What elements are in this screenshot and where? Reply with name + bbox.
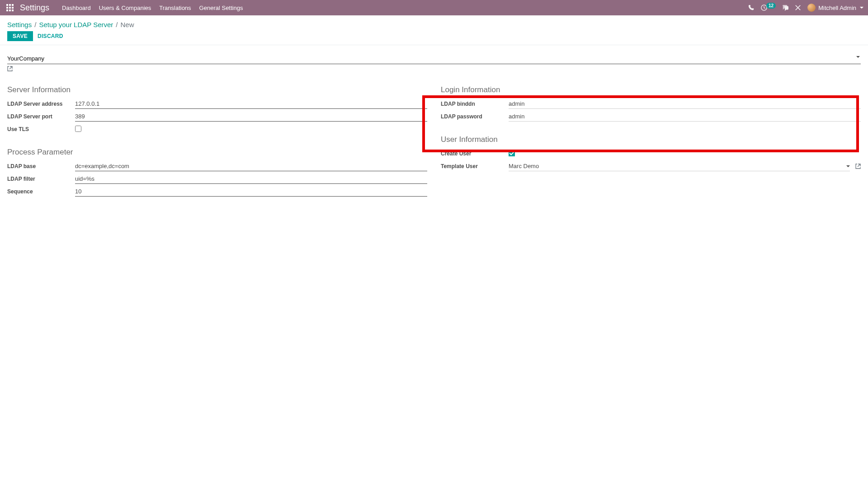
app-title: Settings (20, 3, 49, 13)
label-ldap-filter: LDAP filter (7, 176, 75, 182)
label-create-user: Create User (441, 150, 509, 157)
input-ldap-address[interactable] (75, 99, 427, 109)
field-ldap-binddn: LDAP binddn (441, 98, 861, 110)
field-ldap-password: LDAP password (441, 111, 861, 122)
phone-icon[interactable] (748, 5, 755, 11)
input-ldap-port[interactable] (75, 112, 427, 122)
svg-rect-8 (12, 9, 14, 11)
nav-right: 12 Mitchell Admin (748, 4, 863, 12)
breadcrumb-parent[interactable]: Setup your LDAP Server (39, 21, 113, 28)
label-ldap-binddn: LDAP binddn (441, 101, 509, 107)
form-body: Server Information LDAP Server address L… (0, 45, 868, 206)
field-ldap-base: LDAP base (7, 160, 427, 172)
svg-rect-0 (6, 4, 8, 6)
nav-translations[interactable]: Translations (159, 5, 191, 11)
label-ldap-password: LDAP password (441, 113, 509, 120)
right-column: Login Information LDAP binddn LDAP passw… (441, 85, 861, 198)
field-template-user: Template User (441, 160, 861, 172)
svg-rect-6 (6, 9, 8, 11)
section-login-info: Login Information (441, 85, 861, 94)
label-use-tls: Use TLS (7, 126, 75, 132)
activities-icon[interactable]: 12 (761, 5, 776, 11)
label-ldap-address: LDAP Server address (7, 101, 75, 107)
nav-menu: Dashboard Users & Companies Translations… (62, 5, 243, 11)
company-field[interactable] (7, 53, 861, 64)
svg-rect-7 (9, 9, 11, 11)
field-ldap-filter: LDAP filter (7, 173, 427, 185)
breadcrumb-sep: / (34, 21, 36, 28)
chevron-down-icon (846, 165, 850, 167)
breadcrumb-sep: / (116, 21, 118, 28)
user-menu[interactable]: Mitchell Admin (807, 4, 863, 12)
checkbox-use-tls[interactable] (75, 126, 81, 132)
nav-general-settings[interactable]: General Settings (199, 5, 243, 11)
field-create-user: Create User (441, 148, 861, 160)
input-sequence[interactable] (75, 187, 427, 197)
discard-button[interactable]: DISCARD (38, 33, 63, 39)
section-process-param: Process Parameter (7, 148, 427, 157)
checkbox-create-user[interactable] (509, 150, 515, 156)
company-external-link[interactable] (7, 66, 861, 73)
external-link-icon[interactable] (855, 164, 861, 169)
chevron-down-icon (860, 7, 863, 9)
input-ldap-binddn[interactable] (509, 99, 861, 109)
action-buttons: SAVE DISCARD (7, 31, 861, 41)
top-navbar: Settings Dashboard Users & Companies Tra… (0, 0, 868, 15)
avatar (807, 4, 816, 12)
apps-icon[interactable] (4, 1, 16, 14)
breadcrumb-current: New (121, 21, 134, 28)
left-column: Server Information LDAP Server address L… (7, 85, 427, 198)
nav-users-companies[interactable]: Users & Companies (99, 5, 151, 11)
svg-rect-3 (6, 7, 8, 9)
label-template-user: Template User (441, 163, 509, 169)
svg-rect-5 (12, 7, 14, 9)
breadcrumb: Settings / Setup your LDAP Server / New (7, 21, 861, 28)
section-user-info: User Information (441, 135, 861, 144)
input-ldap-filter[interactable] (75, 174, 427, 184)
field-ldap-port: LDAP Server port (7, 111, 427, 122)
breadcrumb-bar: Settings / Setup your LDAP Server / New … (0, 15, 868, 45)
messages-icon[interactable] (782, 5, 788, 11)
breadcrumb-root[interactable]: Settings (7, 21, 32, 28)
svg-rect-1 (9, 4, 11, 6)
user-name: Mitchell Admin (818, 5, 856, 11)
svg-rect-2 (12, 4, 14, 6)
input-template-user[interactable] (509, 162, 850, 171)
save-button[interactable]: SAVE (7, 31, 33, 41)
section-server-info: Server Information (7, 85, 427, 94)
field-ldap-address: LDAP Server address (7, 98, 427, 110)
svg-rect-4 (9, 7, 11, 9)
input-ldap-base[interactable] (75, 162, 427, 171)
label-ldap-base: LDAP base (7, 163, 75, 169)
company-input[interactable] (7, 53, 861, 64)
nav-dashboard[interactable]: Dashboard (62, 5, 91, 11)
label-sequence: Sequence (7, 188, 75, 195)
field-use-tls: Use TLS (7, 123, 427, 135)
field-sequence: Sequence (7, 186, 427, 197)
label-ldap-port: LDAP Server port (7, 113, 75, 120)
activities-badge: 12 (766, 3, 776, 9)
close-icon[interactable] (795, 5, 801, 11)
input-ldap-password[interactable] (509, 112, 861, 122)
